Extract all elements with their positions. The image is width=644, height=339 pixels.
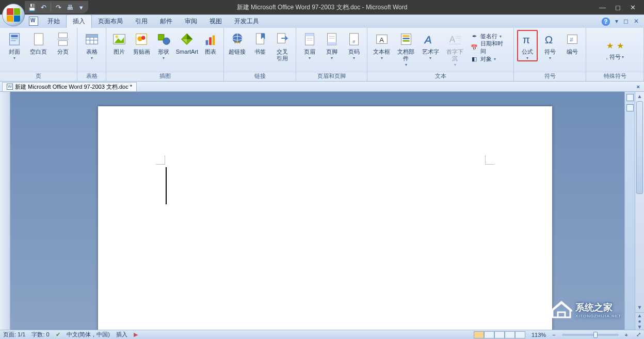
equation-button[interactable]: π 公式▾ bbox=[517, 30, 538, 61]
close-button[interactable]: ✕ bbox=[630, 4, 636, 11]
header-button[interactable]: 页眉▾ bbox=[299, 30, 319, 60]
qat-print-icon[interactable]: 🖶 bbox=[66, 3, 74, 11]
chart-button[interactable]: 图表 bbox=[200, 30, 220, 55]
view-draft[interactable] bbox=[515, 331, 525, 338]
group-text: A 文本框▾ 文档部件▾ A 艺术字▾ A 首字下沉▾ ✒ 签名行 ▾ bbox=[367, 28, 514, 81]
ribbon-minimize-icon[interactable]: ▾ bbox=[615, 18, 618, 26]
svg-text:#: # bbox=[352, 39, 356, 44]
svg-rect-5 bbox=[58, 33, 67, 38]
picture-button[interactable]: 图片 bbox=[109, 30, 130, 55]
blank-page-button[interactable]: 空白页 bbox=[27, 30, 50, 55]
watermark-text: 系统之家 bbox=[575, 302, 613, 313]
cover-page-button[interactable]: 封面▾ bbox=[3, 30, 25, 60]
document-tab-close[interactable]: × bbox=[633, 84, 644, 90]
picture-icon bbox=[111, 31, 127, 47]
special-symbol-button[interactable]: , 符号▾ bbox=[606, 53, 623, 61]
help-icon[interactable]: ? bbox=[602, 18, 610, 26]
crossref-icon bbox=[274, 31, 291, 47]
status-expand-icon[interactable]: ⤢ bbox=[636, 331, 641, 338]
shapes-button[interactable]: 形状▾ bbox=[154, 30, 174, 60]
page[interactable] bbox=[98, 106, 552, 330]
date-time-button[interactable]: 📅 日期和时间 bbox=[470, 42, 508, 53]
tab-home[interactable]: 开始 bbox=[41, 15, 66, 28]
qat-more-icon[interactable]: ▾ bbox=[77, 3, 85, 11]
zoom-slider[interactable] bbox=[562, 334, 619, 336]
maximize-button[interactable]: ◻ bbox=[615, 4, 621, 11]
textbox-button[interactable]: A 文本框▾ bbox=[371, 30, 393, 60]
quick-parts-button[interactable]: 文档部件▾ bbox=[395, 30, 417, 67]
equation-icon: π bbox=[519, 31, 536, 47]
status-macro-icon[interactable]: ▶ bbox=[134, 331, 138, 338]
office-button[interactable] bbox=[2, 4, 25, 26]
view-outline[interactable] bbox=[505, 331, 515, 338]
view-full-screen[interactable] bbox=[484, 331, 494, 338]
svg-marker-23 bbox=[187, 34, 192, 39]
status-mode[interactable]: 插入 bbox=[116, 331, 127, 338]
bookmark-icon bbox=[252, 31, 268, 47]
status-proof-icon[interactable]: ✔ bbox=[56, 331, 60, 338]
tab-insert[interactable]: 插入 bbox=[66, 14, 92, 28]
vertical-scrollbar[interactable]: ▲ ▼ ▲ ● ▼ bbox=[635, 92, 644, 330]
hyperlink-icon bbox=[229, 31, 246, 47]
tab-developer[interactable]: 开发工具 bbox=[228, 15, 265, 28]
status-page[interactable]: 页面: 1/1 bbox=[3, 331, 25, 338]
svg-rect-6 bbox=[58, 41, 67, 45]
crossref-button[interactable]: 交叉 引用 bbox=[272, 30, 293, 62]
qat-redo-icon[interactable]: ↷ bbox=[54, 3, 62, 11]
tab-references[interactable]: 引用 bbox=[129, 15, 154, 28]
ribbon-restore-icon[interactable]: ◻ bbox=[623, 18, 629, 26]
qat-save-icon[interactable]: 💾 bbox=[28, 3, 36, 11]
tab-layout[interactable]: 页面布局 bbox=[92, 15, 129, 28]
document-tab[interactable]: W 新建 Microsoft Office Word 97-2003 文档.do… bbox=[2, 82, 137, 91]
number-button[interactable]: # 编号 bbox=[562, 30, 583, 55]
side-panel-btn-1[interactable] bbox=[626, 94, 634, 101]
smartart-button[interactable]: SmartArt bbox=[176, 30, 198, 55]
minimize-button[interactable]: — bbox=[599, 4, 606, 11]
side-panel-btn-2[interactable] bbox=[626, 104, 634, 111]
status-words[interactable]: 字数: 0 bbox=[31, 331, 49, 338]
bookmark-button[interactable]: 书签 bbox=[250, 30, 270, 55]
view-buttons bbox=[474, 331, 525, 338]
tab-mailings[interactable]: 邮件 bbox=[154, 15, 179, 28]
footer-button[interactable]: 页脚▾ bbox=[321, 30, 342, 60]
scroll-up-arrow[interactable]: ▲ bbox=[635, 92, 644, 100]
page-break-button[interactable]: 分页 bbox=[52, 30, 74, 55]
next-page-icon[interactable]: ▼ bbox=[637, 324, 642, 330]
tab-view[interactable]: 视图 bbox=[203, 15, 228, 28]
symbol-button[interactable]: Ω 符号▾ bbox=[540, 30, 560, 60]
table-button[interactable]: 表格▾ bbox=[81, 30, 103, 60]
svg-rect-35 bbox=[305, 34, 314, 37]
group-header-footer: 页眉▾ 页脚▾ # 页码▾ 页眉和页脚 bbox=[296, 28, 367, 81]
smartart-icon bbox=[179, 31, 195, 47]
zoom-out-button[interactable]: − bbox=[552, 332, 555, 338]
svg-rect-1 bbox=[11, 35, 18, 38]
document-canvas[interactable]: 系统之家 XITONGZHIJIA.NET bbox=[10, 92, 624, 330]
clipart-button[interactable]: 剪贴画 bbox=[132, 30, 152, 55]
wordart-icon: A bbox=[422, 31, 439, 47]
dropcap-button[interactable]: A 首字下沉▾ bbox=[444, 30, 466, 67]
group-text-label: 文本 bbox=[367, 72, 513, 81]
hyperlink-button[interactable]: 超链接 bbox=[227, 30, 248, 55]
special-glyph-2: ★ bbox=[617, 41, 624, 51]
view-print-layout[interactable] bbox=[474, 331, 484, 338]
browse-object-icon[interactable]: ● bbox=[638, 318, 641, 324]
svg-text:A: A bbox=[449, 35, 455, 44]
page-number-button[interactable]: # 页码▾ bbox=[344, 30, 364, 60]
zoom-slider-knob[interactable] bbox=[593, 332, 598, 338]
qat-undo-icon[interactable]: ↶ bbox=[39, 3, 47, 11]
prev-page-icon[interactable]: ▲ bbox=[637, 313, 642, 318]
watermark-sub: XITONGZHIJIA.NET bbox=[575, 314, 621, 318]
symbol-icon: Ω bbox=[542, 31, 558, 47]
page-break-icon bbox=[55, 31, 71, 47]
tab-review[interactable]: 审阅 bbox=[179, 15, 203, 28]
wordart-button[interactable]: A 艺术字▾ bbox=[420, 30, 442, 60]
status-language[interactable]: 中文(简体，中国) bbox=[67, 331, 110, 338]
zoom-value[interactable]: 113% bbox=[532, 332, 546, 338]
group-header-footer-label: 页眉和页脚 bbox=[296, 72, 367, 81]
view-web-layout[interactable] bbox=[494, 331, 505, 338]
zoom-in-button[interactable]: + bbox=[625, 332, 628, 338]
object-button[interactable]: ◧ 对象 ▾ bbox=[470, 54, 508, 64]
scroll-down-arrow[interactable]: ▼ bbox=[635, 303, 644, 311]
scroll-thumb[interactable] bbox=[636, 101, 643, 194]
ribbon-close-icon[interactable]: ✕ bbox=[634, 18, 639, 26]
